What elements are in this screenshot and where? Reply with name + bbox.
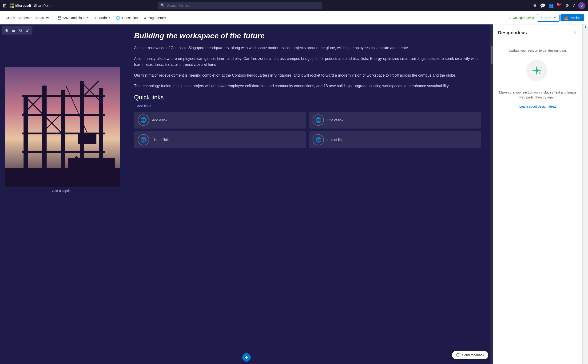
svg-rect-6 <box>22 95 105 97</box>
top-navigation: ⊞ Microsoft SharePoint 🔍 ⚟ 💬 👥 🚩 ⚙ ? U <box>0 0 588 11</box>
article-title: Building the workspace of the future <box>134 32 481 40</box>
flag-icon[interactable]: 🚩 <box>557 3 562 8</box>
svg-rect-17 <box>78 133 96 144</box>
people-icon[interactable]: 👥 <box>548 3 554 8</box>
content-area: ⊕ ☰ ⧉ 🗑 <box>0 25 493 364</box>
page-details-button[interactable]: ⚙ Page details <box>141 15 168 21</box>
image-caption[interactable]: Add a caption <box>0 187 125 195</box>
changes-saved-status: ✓ Changes saved <box>509 16 534 20</box>
link-item-3[interactable]: 🌐 Title of link <box>134 131 306 148</box>
page-details-icon: ⚙ <box>144 16 146 20</box>
article-para-1: A major renovation of Contoso's Singapor… <box>134 45 481 51</box>
article-para-4: The technology-fueled, multiphase projec… <box>134 83 481 89</box>
design-panel-close-button[interactable]: ✕ <box>572 29 578 36</box>
svg-point-20 <box>75 156 78 159</box>
svg-rect-19 <box>68 158 115 168</box>
microsoft-logo[interactable]: Microsoft <box>10 4 31 8</box>
svg-rect-18 <box>5 168 120 187</box>
design-description: Make sure your section only includes Tex… <box>499 90 577 100</box>
side-tab-dot <box>585 26 586 28</box>
link-label-3: Title of link <box>152 138 169 142</box>
feedback-icon: 💬 <box>456 353 460 357</box>
undo-dropdown-arrow[interactable]: ▼ <box>108 16 111 19</box>
ai-sparkle-svg <box>530 64 544 78</box>
toolbar-divider-1 <box>53 15 53 21</box>
help-icon[interactable]: ? <box>573 3 575 8</box>
sharepoint-icon: 🗂 <box>6 16 9 20</box>
article-para-3: Our first major redevelopment is nearing… <box>134 72 481 78</box>
toolbar: 🗂 The Contoso of Tomorrow 💾 Save and clo… <box>0 11 588 25</box>
link-item-1[interactable]: 🌐 Add a link <box>134 112 306 129</box>
translation-button[interactable]: 🌐 Translation <box>114 15 140 21</box>
article-para-2: A community plaza where employees can ga… <box>134 56 481 68</box>
changes-saved-label: Changes saved <box>513 16 534 20</box>
link-item-2[interactable]: 🌐 Title of link <box>309 112 481 129</box>
duplicate-tool[interactable]: ⧉ <box>18 27 23 34</box>
translation-label: Translation <box>122 16 138 20</box>
accessibility-icon[interactable]: ⚟ <box>533 3 537 8</box>
link-icon-2: 🌐 <box>313 114 324 126</box>
share-label: Share <box>543 16 552 20</box>
link-label-1: Add a link <box>152 118 167 122</box>
link-label-2: Title of link <box>327 118 344 122</box>
design-ideas-panel: Design ideas ✕ Update your section to ge… <box>493 25 582 364</box>
checkmark-icon: ✓ <box>509 16 511 20</box>
svg-rect-7 <box>22 114 105 116</box>
send-feedback-button[interactable]: 💬 Send feedback <box>452 351 488 359</box>
link-label-4: Title of link <box>327 138 344 142</box>
search-input[interactable] <box>167 4 319 7</box>
content-edit-toolbar: ⊕ ☰ ⧉ 🗑 <box>2 26 33 34</box>
svg-rect-9 <box>22 151 105 153</box>
undo-label: Undo <box>99 16 106 20</box>
add-section-button[interactable]: + <box>242 353 251 362</box>
send-feedback-bar: 💬 Send feedback <box>452 351 488 359</box>
site-label[interactable]: 🗂 The Contoso of Tomorrow <box>4 15 51 21</box>
scroll-track[interactable] <box>490 25 493 364</box>
text-section: Building the workspace of the future A m… <box>125 25 490 364</box>
settings-icon[interactable]: ⚙ <box>565 3 569 8</box>
site-name: The Contoso of Tomorrow <box>11 16 49 20</box>
page-details-label: Page details <box>148 16 166 20</box>
share-icon: ↑ <box>541 16 542 20</box>
scroll-thumb[interactable] <box>491 46 493 64</box>
share-button[interactable]: ↑ Share ▼ <box>537 14 560 22</box>
save-dropdown-arrow[interactable]: ▼ <box>87 16 89 19</box>
add-links-button[interactable]: + Add links <box>134 104 481 108</box>
link-item-4[interactable]: 🌐 Title of link <box>309 131 481 148</box>
delete-tool[interactable]: 🗑 <box>24 27 31 34</box>
ms-squares <box>10 4 14 8</box>
send-feedback-label: Send feedback <box>462 353 484 357</box>
undo-icon: ↩ <box>95 16 97 20</box>
construction-image <box>5 67 120 187</box>
sharepoint-text: SharePoint <box>34 4 52 7</box>
feedback-icon[interactable]: 💬 <box>540 3 545 8</box>
save-close-button[interactable]: 💾 Save and close ▼ <box>55 15 92 21</box>
add-links-label: + Add links <box>134 104 151 108</box>
side-tab[interactable] <box>582 25 588 364</box>
adjust-tool[interactable]: ☰ <box>11 27 17 34</box>
quick-links-title: Quick links <box>134 94 481 101</box>
publish-label: Publish <box>570 16 581 20</box>
publish-button[interactable]: 📤 Publish <box>561 14 584 21</box>
links-grid: 🌐 Add a link 🌐 Title of link 🌐 Title of … <box>134 112 481 148</box>
svg-point-23 <box>539 72 541 74</box>
image-section: Add a caption <box>0 25 125 364</box>
learn-design-ideas-link[interactable]: Learn about design ideas <box>519 104 556 108</box>
translation-icon: 🌐 <box>116 16 120 20</box>
save-close-label: Save and close <box>63 16 85 20</box>
undo-button[interactable]: ↩ Undo ▼ <box>92 15 113 21</box>
nav-icons: ⚟ 💬 👥 🚩 ⚙ ? U <box>533 2 585 9</box>
search-bar[interactable]: 🔍 <box>158 2 322 9</box>
svg-rect-21 <box>76 159 77 162</box>
quick-links-section: Quick links + Add links 🌐 Add a link 🌐 T… <box>134 94 481 148</box>
share-dropdown-arrow[interactable]: ▼ <box>554 16 556 19</box>
design-panel-header: Design ideas ✕ <box>493 25 582 39</box>
link-icon-4: 🌐 <box>313 134 324 145</box>
design-panel-title: Design ideas <box>498 30 527 35</box>
ms-logo-text: Microsoft <box>15 4 31 7</box>
main-layout: ⊕ ☰ ⧉ 🗑 <box>0 25 588 364</box>
move-tool[interactable]: ⊕ <box>4 27 10 34</box>
grid-icon[interactable]: ⊞ <box>3 3 7 8</box>
avatar[interactable]: U <box>578 2 585 9</box>
publish-icon: 📤 <box>564 16 568 20</box>
